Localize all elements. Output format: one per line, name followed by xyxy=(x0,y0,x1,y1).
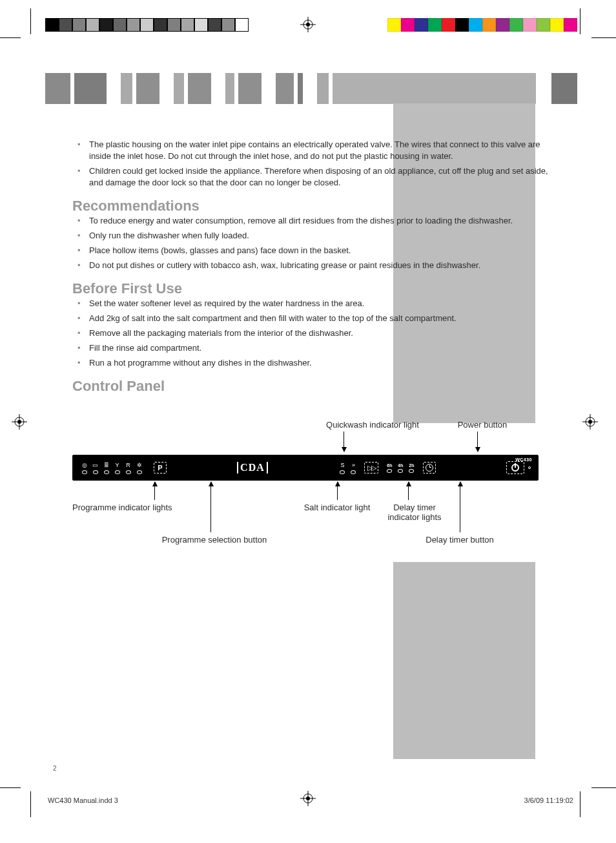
heading-control-panel: Control Panel xyxy=(72,380,562,392)
callout-power-button: Power button xyxy=(444,420,521,430)
callout-salt-light: Salt indicator light xyxy=(285,503,389,512)
heading-recommendations: Recommendations xyxy=(72,200,562,212)
list-item: Place hollow items (bowls, glasses and p… xyxy=(81,245,562,256)
list-item: Do not put dishes or cutlery with tobacc… xyxy=(81,260,562,271)
brand-logo: CDA xyxy=(237,462,268,474)
programme-selection-button[interactable]: P xyxy=(154,462,167,474)
callout-delay-timer-button: Delay timer button xyxy=(408,535,511,545)
list-item: Remove all the packaging materials from … xyxy=(81,328,562,339)
crop-mark xyxy=(30,8,31,34)
crop-mark xyxy=(591,37,616,38)
list-item: The plastic housing on the water inlet p… xyxy=(81,139,562,162)
heading-before-first-use: Before First Use xyxy=(72,283,562,295)
power-led xyxy=(528,466,531,469)
footer-datetime: 3/6/09 11:19:02 xyxy=(524,796,573,804)
crop-mark xyxy=(0,37,21,38)
page-header-graphic xyxy=(45,73,577,104)
print-color-bar xyxy=(387,18,577,32)
callout-quickwash: Quickwash indicator light xyxy=(314,420,431,430)
delay-timer-lights: 6h 4h 2h xyxy=(385,463,416,473)
list-item: To reduce energy and water consumption, … xyxy=(81,215,562,227)
footer-filename: WC430 Manual.indd 3 xyxy=(48,796,118,804)
callout-delay-lights: Delay timer indicator lights xyxy=(379,503,450,522)
list-item: Only run the dishwasher when fully loade… xyxy=(81,230,562,242)
callout-programme-lights: Programme indicator lights xyxy=(72,503,189,512)
safety-bullets: The plastic housing on the water inlet p… xyxy=(81,139,562,189)
list-item: Fill the rinse aid compartment. xyxy=(81,342,562,354)
crop-mark xyxy=(591,787,616,788)
page-number: 2 xyxy=(53,765,57,772)
arrow-icon xyxy=(408,482,409,500)
power-icon xyxy=(511,464,519,472)
arrow-icon xyxy=(337,482,338,500)
quickwash-button[interactable]: ▷▷ xyxy=(364,462,378,474)
arrow-icon xyxy=(460,482,460,532)
recommendations-list: To reduce energy and water consumption, … xyxy=(81,215,562,271)
registration-mark-icon xyxy=(12,414,27,430)
crop-mark xyxy=(580,8,580,34)
arrow-icon xyxy=(154,482,155,500)
crop-mark xyxy=(0,787,21,788)
programme-indicator-lights: ◎ ▭ ≣ Y R ✲ xyxy=(80,462,143,474)
print-footer: WC430 Manual.indd 3 3/6/09 11:19:02 xyxy=(48,796,573,804)
list-item: Run a hot programme without any dishes i… xyxy=(81,357,562,369)
salt-quickwash-lights: S » xyxy=(338,462,358,474)
list-item: Add 2kg of salt into the salt compartmen… xyxy=(81,313,562,324)
crop-mark xyxy=(580,791,580,817)
power-button[interactable] xyxy=(506,461,524,474)
control-panel-figure: Quickwash indicator light Power button W… xyxy=(72,420,539,549)
registration-mark-icon xyxy=(300,17,316,32)
before-first-use-list: Set the water softener level as required… xyxy=(81,298,562,369)
control-panel-strip: WC430 ◎ ▭ ≣ Y R ✲ P CDA S » ▷▷ xyxy=(72,455,539,481)
print-color-bar xyxy=(45,18,249,32)
arrow-icon xyxy=(477,432,478,452)
clock-icon xyxy=(426,464,433,472)
list-item: Set the water softener level as required… xyxy=(81,298,562,309)
arrow-icon xyxy=(210,482,211,532)
callout-programme-selection-button: Programme selection button xyxy=(150,535,279,545)
list-item: Children could get locked inside the app… xyxy=(81,165,562,189)
model-number: WC430 xyxy=(515,457,532,462)
main-content: The plastic housing on the water inlet p… xyxy=(72,136,562,395)
layout-grey-column xyxy=(393,562,535,759)
delay-timer-button[interactable] xyxy=(423,462,436,474)
registration-mark-icon xyxy=(582,414,598,430)
arrow-icon xyxy=(344,432,344,452)
crop-mark xyxy=(30,791,31,817)
